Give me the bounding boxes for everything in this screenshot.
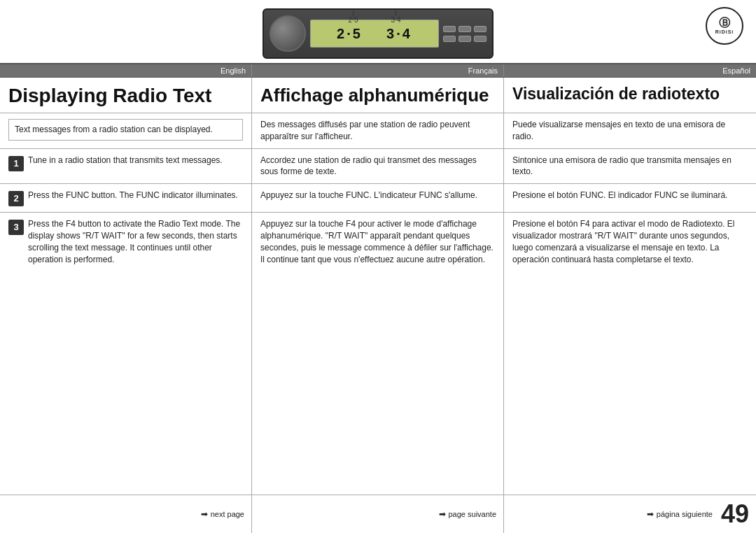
- page-number: 49: [721, 499, 749, 529]
- footer-en: ➡ next page: [0, 495, 252, 533]
- logo-cd: Ⓑ: [719, 16, 730, 29]
- step3-en-content: Press the F4 button to activate the Radi…: [28, 218, 244, 265]
- step2-fr: Appuyez sur la touche FUNC. L'indicateur…: [252, 184, 504, 212]
- screen-text-left: 2·5: [337, 26, 363, 41]
- step-badge-2: 2: [8, 191, 24, 206]
- title-fr: Affichage alphanumérique: [260, 85, 489, 106]
- marker-line: [396, 10, 397, 16]
- step-num-3: 3: [8, 220, 24, 265]
- footer-en-text: next page: [211, 510, 244, 518]
- marker-line: [353, 10, 354, 16]
- radio-btn: [458, 36, 471, 42]
- device-illustration: 2·5 3·4 2·5 3·4: [0, 0, 756, 63]
- radio-unit: 2·5 3·4 2·5 3·4: [262, 8, 493, 59]
- lang-en: English: [0, 64, 252, 77]
- title-row: Displaying Radio Text Affichage alphanum…: [0, 78, 756, 113]
- step-row-2: 2 Press the FUNC button. The FUNC indica…: [0, 184, 756, 213]
- arrow-icon-en: ➡: [201, 509, 208, 519]
- btn-row-1: [443, 26, 486, 32]
- language-header: English Français Español: [0, 63, 756, 78]
- title-en: Displaying Radio Text: [8, 85, 211, 106]
- title-fr-cell: Affichage alphanumérique: [252, 78, 504, 113]
- step-row-1: 1 Tune in a radio station that transmits…: [0, 149, 756, 185]
- step3-en: 3 Press the F4 button to activate the Ra…: [0, 213, 252, 504]
- intro-fr-cell: Des messages diffusés par une station de…: [252, 113, 504, 148]
- intro-en: Text messages from a radio station can b…: [15, 125, 213, 134]
- radio-buttons: [443, 26, 486, 42]
- step1-es: Sintonice una emisora de radio que trans…: [504, 149, 756, 184]
- page-container: 2·5 3·4 2·5 3·4: [0, 0, 756, 533]
- step-num-2: 2: [8, 191, 24, 206]
- screen-text-right: 3·4: [386, 26, 412, 41]
- screen-content: 2·5 3·4: [337, 26, 412, 42]
- intro-en-cell: Text messages from a radio station can b…: [0, 113, 252, 148]
- radio-screen: 2·5 3·4 2·5 3·4: [310, 20, 439, 48]
- step-badge-3: 3: [8, 220, 24, 235]
- footer-es: ➡ página siguiente 49: [504, 495, 756, 533]
- intro-row: Text messages from a radio station can b…: [0, 113, 756, 149]
- step-num-1: 1: [8, 156, 24, 171]
- btn-row-2: [443, 36, 486, 42]
- arrow-icon-es: ➡: [647, 509, 654, 519]
- arrow-icon-fr: ➡: [439, 509, 446, 519]
- intro-en-box: Text messages from a radio station can b…: [8, 119, 243, 141]
- footer-es-text: página siguiente: [657, 510, 713, 518]
- marker-label-25: 2·5: [349, 16, 358, 24]
- title-es: Visualización de radiotexto: [512, 85, 720, 103]
- radio-btn: [443, 36, 456, 42]
- step1-fr: Accordez une station de radio qui transm…: [252, 149, 504, 184]
- marker-34: 3·4: [391, 10, 401, 24]
- intro-es-cell: Puede visualizarse mensajes en texto de …: [504, 113, 756, 148]
- step3-es: Presione el botón F4 para activar el mod…: [504, 213, 756, 504]
- footer-fr: ➡ page suivante: [252, 495, 504, 533]
- radio-knob: [270, 15, 306, 52]
- footer-fr-text: page suivante: [449, 510, 497, 518]
- footer: ➡ next page ➡ page suivante ➡ página sig…: [0, 495, 756, 533]
- title-es-cell: Visualización de radiotexto: [504, 78, 756, 113]
- marker-area: 2·5 3·4: [311, 10, 438, 24]
- logo-brand: RiDiSi: [715, 29, 734, 35]
- step-badge-1: 1: [8, 156, 24, 171]
- marker-label-34: 3·4: [391, 16, 401, 24]
- lang-es: Español: [504, 64, 756, 77]
- marker-25: 2·5: [349, 10, 358, 24]
- step2-en-inner: 2 Press the FUNC button. The FUNC indica…: [8, 190, 244, 206]
- title-en-cell: Displaying Radio Text: [0, 78, 252, 113]
- intro-es: Puede visualizarse mensajes en texto de …: [512, 120, 725, 141]
- step3-fr: Appuyez sur la touche F4 pour activer le…: [252, 213, 504, 504]
- step2-en-content: Press the FUNC button. The FUNC indicato…: [28, 190, 244, 206]
- steps-container: 1 Tune in a radio station that transmits…: [0, 149, 756, 533]
- radio-btn: [443, 26, 456, 32]
- step2-en: 2 Press the FUNC button. The FUNC indica…: [0, 184, 252, 212]
- step2-es: Presione el botón FUNC. El indicador FUN…: [504, 184, 756, 212]
- lang-fr: Français: [252, 64, 504, 77]
- intro-fr: Des messages diffusés par une station de…: [260, 120, 470, 141]
- step1-en: 1 Tune in a radio station that transmits…: [0, 149, 252, 184]
- step3-en-inner: 3 Press the F4 button to activate the Ra…: [8, 218, 244, 265]
- radio-btn: [474, 26, 486, 32]
- step1-en-inner: 1 Tune in a radio station that transmits…: [8, 155, 244, 171]
- step-row-3: 3 Press the F4 button to activate the Ra…: [0, 213, 756, 505]
- step1-en-content: Tune in a radio station that transmits t…: [28, 155, 244, 171]
- brand-logo: Ⓑ RiDiSi: [706, 7, 743, 45]
- radio-btn: [458, 26, 471, 32]
- radio-btn: [474, 36, 486, 42]
